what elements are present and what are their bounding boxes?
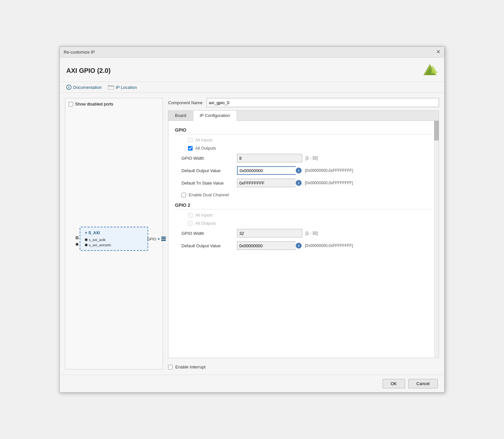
gpio-width-input[interactable] bbox=[237, 154, 302, 162]
default-tristate-info-icon[interactable]: i bbox=[296, 180, 302, 186]
gpio2-all-inputs-row: All Inputs bbox=[175, 213, 432, 218]
scrollbar-thumb[interactable] bbox=[434, 121, 439, 140]
enable-dual-channel-checkbox[interactable] bbox=[181, 193, 186, 197]
gpio-port-label: GPIO bbox=[147, 237, 156, 241]
folder-icon bbox=[108, 85, 114, 89]
ip-block-ports: s_axi_aclk s_axi_aresetn bbox=[85, 238, 143, 247]
port-dot2 bbox=[85, 244, 87, 246]
tab-ip-configuration[interactable]: IP Configuration bbox=[193, 111, 237, 121]
ip-block: + S_AXI s_axi_aclk s_axi_aresetn bbox=[80, 227, 148, 251]
gpio2-width-range: [1 - 32] bbox=[306, 231, 318, 236]
close-button[interactable]: ✕ bbox=[436, 49, 440, 55]
default-tristate-row: Default Tri State Value i [0x00000000,0x… bbox=[175, 179, 432, 187]
default-output-info-icon[interactable]: i bbox=[296, 168, 302, 173]
gpio2-width-row: GPIO Width [1 - 32] bbox=[175, 229, 432, 237]
gpio2-all-outputs-row: All Outputs bbox=[175, 221, 432, 226]
tab-content: GPIO All Inputs All Outputs GPIO Width [… bbox=[168, 121, 439, 358]
default-tristate-range: [0x00000000,0xFFFFFFFF] bbox=[305, 181, 353, 185]
tab-board[interactable]: Board bbox=[168, 111, 193, 121]
default-output-range: [0x00000000,0xFFFFFFFF] bbox=[305, 168, 353, 173]
default-output-input[interactable] bbox=[237, 166, 296, 175]
svg-marker-2 bbox=[431, 65, 438, 73]
default-output-row: Default Output Value i [0x00000000,0xFFF… bbox=[175, 166, 432, 175]
gpio-width-range: [1 - 32] bbox=[306, 156, 318, 160]
tabs-container: Board IP Configuration GPIO All Inputs A… bbox=[168, 110, 439, 358]
gpio-width-label: GPIO Width bbox=[181, 156, 234, 161]
app-title: AXI GPIO (2.0) bbox=[66, 67, 111, 74]
footer: OK Cancel bbox=[60, 375, 444, 392]
gpio2-width-input[interactable] bbox=[237, 229, 302, 237]
enable-interrupt-label: Enable Interrupt bbox=[175, 365, 206, 369]
documentation-label: Documentation bbox=[73, 85, 102, 90]
gpio2-all-inputs-checkbox[interactable] bbox=[188, 213, 193, 218]
main-area: Show disabled ports + S_AXI bbox=[60, 93, 444, 375]
ip-location-label: IP Location bbox=[116, 85, 137, 90]
enable-dual-channel-row: Enable Dual Channel bbox=[175, 192, 432, 197]
gpio2-all-outputs-checkbox[interactable] bbox=[188, 221, 193, 226]
dialog: Re-customize IP ✕ AXI GPIO (2.0) i Docum… bbox=[59, 46, 445, 393]
all-inputs-label: All Inputs bbox=[195, 138, 213, 142]
ip-location-nav[interactable]: IP Location bbox=[108, 85, 137, 90]
gpio-section-title: GPIO bbox=[175, 127, 432, 134]
port-aresetn: s_axi_aresetn bbox=[85, 243, 143, 247]
dialog-title: Re-customize IP bbox=[64, 50, 95, 55]
ip-block-title: + S_AXI bbox=[85, 231, 143, 235]
show-disabled-ports-checkbox[interactable] bbox=[69, 102, 73, 106]
saxi-label: S_AXI bbox=[88, 231, 100, 235]
gpio2-default-output-range: [0x00000000,0xFFFFFFFF] bbox=[305, 243, 353, 248]
enable-interrupt-row: Enable Interrupt bbox=[168, 365, 439, 369]
scrollbar-track[interactable] bbox=[434, 121, 439, 358]
documentation-nav[interactable]: i Documentation bbox=[66, 85, 102, 90]
component-name-label: Component Name bbox=[168, 100, 203, 105]
component-name-row: Component Name bbox=[168, 98, 439, 107]
gpio-plus-icon: + bbox=[157, 236, 160, 241]
all-outputs-row: All Outputs bbox=[175, 146, 432, 151]
enable-dual-channel-label: Enable Dual Channel bbox=[189, 192, 229, 197]
default-output-label: Default Output Value bbox=[181, 168, 234, 173]
right-panel: Component Name Board IP Configuration GP… bbox=[168, 98, 439, 369]
gpio2-section-title: GPIO 2 bbox=[175, 203, 432, 209]
gpio2-all-inputs-label: All Inputs bbox=[195, 213, 213, 218]
aclk-label: s_axi_aclk bbox=[89, 238, 105, 242]
aresetn-label: s_axi_aresetn bbox=[89, 243, 111, 247]
gpio2-default-output-label: Default Output Value bbox=[181, 243, 234, 248]
enable-interrupt-checkbox[interactable] bbox=[168, 365, 173, 369]
svg-rect-5 bbox=[108, 86, 114, 89]
component-name-input[interactable] bbox=[207, 98, 439, 107]
gpio2-default-output-input[interactable] bbox=[237, 241, 296, 250]
ok-button[interactable]: OK bbox=[383, 379, 405, 388]
svg-text:i: i bbox=[69, 86, 70, 89]
info-circle-icon: i bbox=[66, 85, 71, 90]
block-diagram: + S_AXI s_axi_aclk s_axi_aresetn bbox=[69, 112, 159, 366]
default-tristate-input[interactable] bbox=[237, 179, 296, 187]
port-aclk: s_axi_aclk bbox=[85, 238, 143, 242]
gpio2-all-outputs-label: All Outputs bbox=[195, 221, 216, 226]
gpio2-default-output-info-icon[interactable]: i bbox=[296, 243, 302, 249]
port-dot bbox=[85, 238, 87, 241]
app-header: AXI GPIO (2.0) bbox=[60, 57, 444, 82]
cancel-button[interactable]: Cancel bbox=[408, 379, 438, 388]
show-disabled-ports-row: Show disabled ports bbox=[69, 102, 159, 106]
xilinx-logo bbox=[422, 63, 438, 78]
show-disabled-ports-label: Show disabled ports bbox=[75, 102, 113, 106]
default-tristate-label: Default Tri State Value bbox=[181, 181, 234, 186]
all-inputs-row: All Inputs bbox=[175, 138, 432, 142]
gpio2-width-label: GPIO Width bbox=[181, 231, 234, 236]
gpio2-default-output-row: Default Output Value i [0x00000000,0xFFF… bbox=[175, 241, 432, 250]
all-outputs-checkbox[interactable] bbox=[188, 146, 193, 151]
gpio-width-row: GPIO Width [1 - 32] bbox=[175, 154, 432, 162]
tabs-header: Board IP Configuration bbox=[168, 111, 439, 121]
all-outputs-label: All Outputs bbox=[195, 146, 216, 151]
all-inputs-checkbox[interactable] bbox=[188, 138, 193, 142]
left-panel: Show disabled ports + S_AXI bbox=[65, 98, 163, 369]
gpio-bars bbox=[161, 237, 166, 241]
title-bar: Re-customize IP ✕ bbox=[60, 47, 444, 57]
nav-bar: i Documentation IP Location bbox=[60, 82, 444, 93]
